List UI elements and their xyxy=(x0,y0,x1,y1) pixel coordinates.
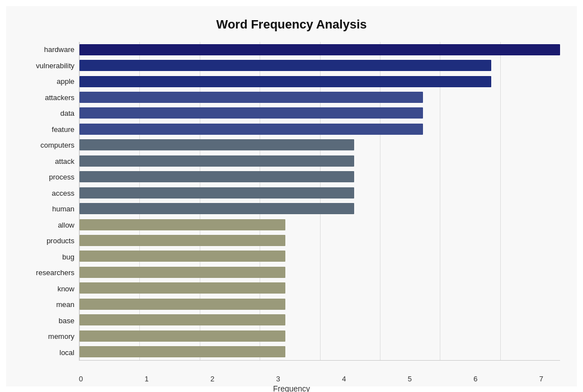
x-axis: 01234567 xyxy=(79,375,543,383)
x-tick: 5 xyxy=(408,375,412,383)
y-axis-label: attackers xyxy=(23,94,74,101)
y-axis-label: process xyxy=(23,173,74,181)
bar xyxy=(79,107,423,119)
bar xyxy=(79,76,491,87)
bar-row xyxy=(79,298,560,310)
bar-row xyxy=(79,330,560,342)
y-axis-label: apple xyxy=(23,78,74,85)
y-axis-label: memory xyxy=(23,333,74,340)
y-axis-label: hardware xyxy=(23,46,74,53)
bar xyxy=(79,203,354,214)
y-axis-label: vulnerability xyxy=(23,62,74,69)
x-tick: 1 xyxy=(145,375,149,383)
bar xyxy=(79,124,423,135)
y-axis-label: allow xyxy=(23,221,74,229)
chart-area: hardwarevulnerabilityappleattackersdataf… xyxy=(23,42,560,361)
bar-row xyxy=(79,346,560,358)
bar-row xyxy=(79,250,560,262)
y-axis-label: human xyxy=(23,205,74,212)
y-axis-label: mean xyxy=(23,301,74,308)
bar xyxy=(79,219,285,230)
bar xyxy=(79,155,354,167)
bar-row xyxy=(79,139,560,151)
bar xyxy=(79,187,354,199)
bar-row xyxy=(79,234,560,247)
bar-row xyxy=(79,202,560,215)
y-axis-label: researchers xyxy=(23,269,74,276)
y-axis-label: bug xyxy=(23,253,74,261)
bar-row xyxy=(79,123,560,135)
bar-row xyxy=(79,59,560,72)
x-axis-label: Frequency xyxy=(23,384,560,393)
bar-row xyxy=(79,314,560,326)
y-axis-labels: hardwarevulnerabilityappleattackersdataf… xyxy=(23,42,79,361)
bar xyxy=(79,346,285,357)
y-axis-label: data xyxy=(23,110,74,117)
bar xyxy=(79,299,285,310)
y-axis-label: local xyxy=(23,349,74,356)
x-tick: 6 xyxy=(473,375,477,383)
chart-container: Word Frequency Analysis hardwarevulnerab… xyxy=(6,6,577,386)
y-axis-label: base xyxy=(23,317,74,324)
bar-row xyxy=(79,171,560,183)
x-tick: 3 xyxy=(276,375,280,383)
y-axis-label: feature xyxy=(23,126,74,133)
bar-row xyxy=(79,44,560,56)
bar-row xyxy=(79,219,560,231)
y-axis-label: attack xyxy=(23,158,74,165)
bar xyxy=(79,251,285,262)
bar xyxy=(79,60,491,71)
bar-row xyxy=(79,187,560,199)
bar xyxy=(79,314,285,325)
bar-row xyxy=(79,75,560,88)
bar xyxy=(79,171,354,182)
bar xyxy=(79,282,285,294)
y-axis-label: know xyxy=(23,285,74,292)
x-tick: 2 xyxy=(210,375,214,383)
bar xyxy=(79,139,354,150)
chart-title: Word Frequency Analysis xyxy=(23,17,560,32)
bar-row xyxy=(79,266,560,278)
x-tick: 4 xyxy=(342,375,346,383)
bars-area xyxy=(79,42,560,361)
x-tick: 7 xyxy=(539,375,543,383)
bar xyxy=(79,330,285,342)
y-axis-label: access xyxy=(23,190,74,197)
bar xyxy=(79,44,560,55)
bar xyxy=(79,92,423,103)
x-tick: 0 xyxy=(79,375,83,383)
bar-row xyxy=(79,282,560,294)
bar-row xyxy=(79,155,560,167)
bar xyxy=(79,235,285,246)
bar-row xyxy=(79,107,560,119)
bar xyxy=(79,267,285,278)
y-axis-label: products xyxy=(23,237,74,244)
bar-row xyxy=(79,91,560,103)
y-axis-label: computers xyxy=(23,141,74,149)
